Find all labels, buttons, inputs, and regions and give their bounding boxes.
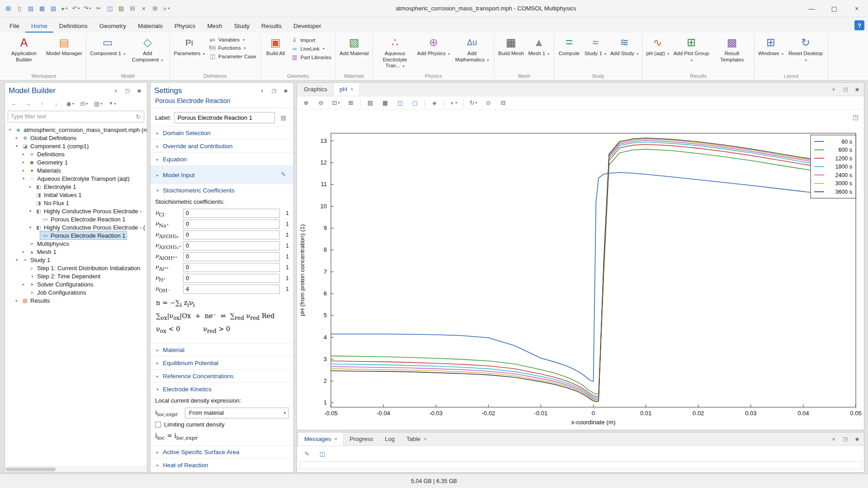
zoom-in-button[interactable]: ⊕	[301, 98, 311, 108]
plot-data-button[interactable]: ◫	[395, 98, 406, 108]
plot-update-button[interactable]: ↻▾	[468, 98, 479, 108]
zoom-out-button[interactable]: ⊖	[316, 98, 326, 108]
tree-item-geometry-1[interactable]: ▸◆Geometry 1	[5, 158, 147, 166]
graphics-tab-ph[interactable]: pH×	[333, 83, 360, 96]
label-menu-button[interactable]: ▤	[278, 112, 289, 123]
save-button[interactable]: ▦	[37, 3, 47, 14]
expander-open-icon[interactable]: ▾	[27, 225, 33, 230]
build-mesh-button[interactable]: ▦Build Mesh	[497, 33, 525, 57]
section-material[interactable]: ▸Material	[151, 343, 293, 356]
float-panel-button[interactable]: ◳	[841, 85, 849, 94]
lock-axes-button[interactable]: ◈	[429, 98, 440, 108]
select-region-button[interactable]: ▢	[410, 98, 420, 108]
cut-button[interactable]: ✂	[93, 3, 104, 14]
columns-button[interactable]: ▥▾	[93, 99, 104, 108]
menu-tab-definitions[interactable]: Definitions	[53, 19, 94, 33]
image-snapshot-button[interactable]: ⊙	[483, 98, 494, 108]
tree-item-materials[interactable]: ▸●Materials	[5, 166, 147, 174]
grid-lines-button[interactable]: ▦	[380, 98, 391, 108]
close-tab-icon[interactable]: ×	[334, 436, 337, 442]
pin-button[interactable]: ◉	[135, 86, 143, 95]
pin-button[interactable]: ◉	[282, 86, 290, 95]
study-1-button[interactable]: ≈Study 1 ▾	[583, 33, 608, 57]
expander-open-icon[interactable]: ▾	[27, 209, 33, 213]
parameters-button[interactable]: PiParameters ▾	[172, 33, 206, 57]
menu-tab-geometry[interactable]: Geometry	[94, 19, 132, 33]
chevron-down-button[interactable]: ∨	[258, 86, 266, 95]
tree-item-electrolyte-1[interactable]: ▸◧Electrolyte 1	[5, 183, 147, 191]
component-1-button[interactable]: ▭Component 1 ▾	[89, 33, 127, 57]
tree-item-initial-values-1[interactable]: ◨Initial Values 1	[5, 191, 147, 199]
zoom-box-button[interactable]: ⊡▾	[330, 98, 341, 108]
tree-item-porous-electrode-reaction-1[interactable]: ▭Porous Electrode Reaction 1	[5, 231, 147, 239]
model-tree-nodes-button[interactable]: ⊟▾	[79, 99, 90, 108]
close-button[interactable]: ×	[845, 0, 868, 17]
color-theme-button[interactable]: ◐▾	[448, 98, 459, 108]
graphics-tab-graphics[interactable]: Graphics	[298, 83, 333, 96]
add-study-button[interactable]: ≋Add Study ▾	[609, 33, 640, 57]
horizontal-scrollbar[interactable]	[5, 466, 147, 472]
save-as-button[interactable]: ▧	[48, 3, 59, 14]
section-domain-selection[interactable]: ▸Domain Selection	[151, 126, 293, 139]
menu-tab-file[interactable]: File	[4, 19, 25, 33]
add-plot-group-button[interactable]: ⊞Add Plot Group ▾	[671, 33, 711, 63]
plot-area[interactable]: -0.05-0.04-0.03-0.02-0.0100.010.020.030.…	[297, 110, 864, 430]
section-model-input[interactable]: ▸Model Input✎	[151, 165, 293, 183]
result-templates-button[interactable]: ▩Result Templates	[712, 33, 752, 63]
ph-plot-canvas[interactable]: -0.05-0.04-0.03-0.02-0.0100.010.020.030.…	[297, 110, 864, 430]
livelink-button[interactable]: ∞LiveLink▾	[289, 45, 333, 52]
minimize-button[interactable]: —	[800, 0, 823, 17]
section-heat-of-reaction[interactable]: ▸Heat of Reaction	[151, 458, 293, 471]
chevron-down-button[interactable]: ∨	[830, 435, 838, 444]
menu-tab-study[interactable]: Study	[228, 19, 255, 33]
import-button[interactable]: ⇓Import	[289, 37, 333, 43]
settings-grid-button[interactable]: ⊞	[150, 3, 160, 14]
back-button[interactable]: ←	[9, 99, 19, 108]
menu-tab-developer[interactable]: Developer	[288, 19, 327, 33]
edit-button[interactable]: ✎	[278, 169, 289, 181]
float-panel-button[interactable]: ◳	[270, 86, 278, 95]
float-panel-button[interactable]: ◳	[123, 86, 132, 95]
reset-desktop-button[interactable]: ↻Reset Desktop ▾	[786, 33, 826, 63]
stoich-input-na[interactable]	[183, 220, 280, 229]
part-libraries-button[interactable]: ▥Part Libraries	[289, 54, 333, 61]
stoich-input-h[interactable]	[183, 274, 280, 283]
section-stoichiometric-coefficients[interactable]: ▾Stoichiometric Coefficients	[151, 183, 293, 197]
expander-closed-icon[interactable]: ▸	[20, 282, 27, 286]
tree-item-global-definitions[interactable]: ▸⊕Global Definitions	[5, 134, 147, 142]
aqueous-electrolyte-tran-button[interactable]: ∴Aqueous Electrolyte Tran... ▾	[375, 33, 415, 70]
add-mathematics-button[interactable]: ΔuAdd Mathematics ▾	[452, 33, 492, 63]
stoich-input-oh[interactable]	[183, 285, 280, 294]
forward-button[interactable]: →	[23, 99, 33, 108]
messages-tab-messages[interactable]: Messages×	[298, 432, 344, 446]
expander-open-icon[interactable]: ▾	[14, 144, 20, 148]
build-all-button[interactable]: ▣Build All	[263, 33, 288, 57]
stoich-input-cl[interactable]	[183, 209, 280, 218]
stoich-input-aloh[interactable]	[183, 252, 280, 261]
undo-button[interactable]: ↶▾	[71, 3, 81, 14]
tree-item-aqueous-electrolyte-transport-aqt[interactable]: ▾∴Aqueous Electrolyte Transport (aqt)	[5, 174, 147, 183]
expander-open-icon[interactable]: ▾	[14, 258, 20, 262]
expander-closed-icon[interactable]: ▸	[20, 152, 27, 156]
scrollbar-thumb[interactable]	[6, 468, 56, 471]
copy-button[interactable]: ◫	[317, 448, 328, 460]
menu-tab-results[interactable]: Results	[255, 19, 288, 33]
model-manager-button[interactable]: ▤Model Manager	[45, 33, 84, 57]
menu-tab-physics[interactable]: Physics	[169, 19, 202, 33]
tree-item-multiphysics[interactable]: ∞Multiphysics	[5, 239, 147, 248]
messages-tab-table[interactable]: Table×	[401, 432, 433, 446]
stoich-input-al[interactable]	[183, 263, 280, 272]
tree-item-study-1[interactable]: ▾≈Study 1	[5, 256, 147, 264]
help-button[interactable]: ?	[854, 20, 864, 30]
section-active-specific-surface-area[interactable]: ▸Active Specific Surface Area	[151, 445, 293, 458]
section-override-and-contribution[interactable]: ▸Override and Contribution	[151, 139, 293, 152]
stoich-input-al-oh[interactable]	[183, 241, 280, 250]
zoom-extents-button[interactable]: ⊞	[345, 98, 356, 108]
section-equilibrium-potential[interactable]: ▸Equilibrium Potential	[151, 356, 293, 369]
tree-item-mesh-1[interactable]: ▸▲Mesh 1	[5, 248, 147, 256]
move-up-button[interactable]: ↑	[37, 99, 47, 108]
expander-closed-icon[interactable]: ▸	[20, 249, 27, 254]
expander-closed-icon[interactable]: ▸	[14, 298, 20, 303]
search-button[interactable]: ⌕▾	[161, 3, 172, 14]
run-button[interactable]: ▸▾	[59, 3, 70, 14]
